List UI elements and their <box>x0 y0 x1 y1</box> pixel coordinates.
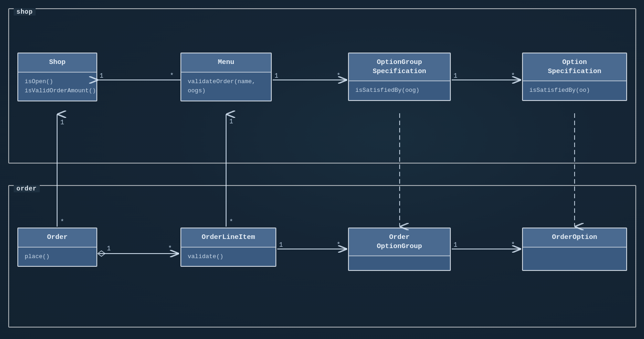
shop-package-label: shop <box>14 8 36 16</box>
shop-class-name: Shop <box>18 53 96 73</box>
order-class: Order place() <box>17 228 97 267</box>
order-option-group-class: OrderOptionGroup <box>348 228 451 271</box>
option-spec-class: OptionSpecification isSatisfiedBy(oo) <box>522 53 627 101</box>
shop-class: Shop isOpen()isValidOrderAmount() <box>17 53 97 101</box>
order-package-label: order <box>14 185 40 192</box>
option-spec-name: OptionSpecification <box>523 53 626 81</box>
order-line-item-name: OrderLineItem <box>181 228 275 248</box>
menu-class-name: Menu <box>181 53 271 73</box>
option-group-spec-class: OptionGroupSpecification isSatisfiedBy(o… <box>348 53 451 101</box>
option-group-spec-body: isSatisfiedBy(oog) <box>349 81 450 100</box>
menu-class-body: validateOrder(name,oogs) <box>181 73 271 101</box>
menu-class: Menu validateOrder(name,oogs) <box>180 53 272 101</box>
order-line-item-class: OrderLineItem validate() <box>180 228 276 267</box>
order-line-item-body: validate() <box>181 248 275 266</box>
order-option-body <box>523 248 626 257</box>
option-spec-body: isSatisfiedBy(oo) <box>523 81 626 100</box>
order-option-name: OrderOption <box>523 228 626 248</box>
order-option-class: OrderOption <box>522 228 627 271</box>
shop-class-body: isOpen()isValidOrderAmount() <box>18 73 96 101</box>
order-option-group-body <box>349 256 450 265</box>
order-class-name: Order <box>18 228 96 248</box>
order-option-group-name: OrderOptionGroup <box>349 228 450 256</box>
option-group-spec-name: OptionGroupSpecification <box>349 53 450 81</box>
order-class-body: place() <box>18 248 96 266</box>
background: shop order Shop isOpen()isValidOrderAmou… <box>0 0 644 339</box>
